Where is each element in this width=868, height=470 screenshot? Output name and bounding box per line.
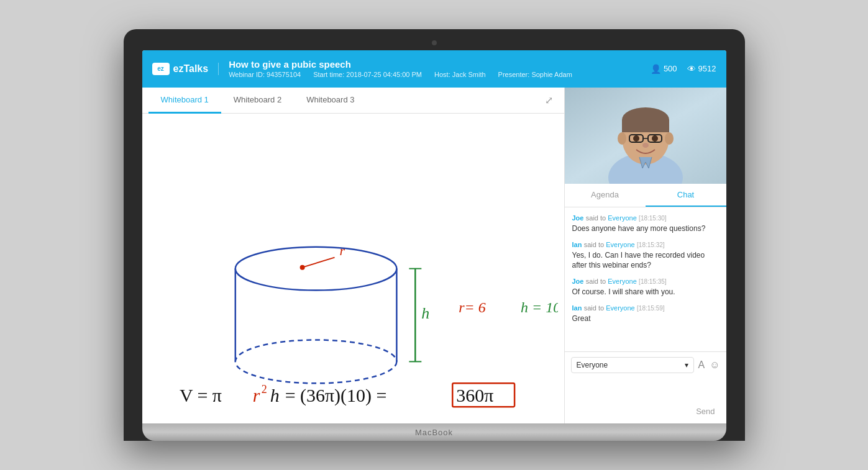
tab-whiteboard-2[interactable]: Whiteboard 2 [221,88,294,114]
logo-text: ezTalks [173,63,209,75]
presenter-video [565,88,726,184]
header-info: How to give a pubic speech Webinar ID: 9… [229,59,651,78]
header-meta: Webinar ID: 943575104 Start time: 2018-0… [229,71,651,78]
viewers-count: 👁 9512 [687,64,716,74]
list-item: Joe said to Everyone [18:15:35] Of cours… [572,277,719,297]
tab-bar: Whiteboard 1 Whiteboard 2 Whiteboard 3 ⤢ [142,88,564,114]
svg-text:r: r [252,385,260,405]
host: Host: Jack Smith [434,71,486,78]
svg-text:360π: 360π [456,385,493,405]
svg-point-3 [235,247,396,291]
svg-rect-25 [622,120,669,132]
viewers-icon: 👁 [687,64,696,74]
list-item: Ian said to Everyone [18:15:59] Great [572,304,719,324]
expand-icon[interactable]: ⤢ [540,89,558,111]
laptop-frame: ez ezTalks How to give a pubic speech We… [124,29,745,441]
chat-sender: Joe [572,278,584,285]
chat-recipient: Everyone [606,241,634,248]
tab-whiteboard-1[interactable]: Whiteboard 1 [148,88,221,114]
chat-sender-line: Joe said to Everyone [18:15:30] [572,214,719,222]
panel-tabs: Agenda Chat [565,184,726,207]
start-time: Start time: 2018-07-25 04:45:00 PM [313,71,422,78]
svg-point-33 [642,143,649,148]
chat-sender: Ian [572,304,582,312]
chat-timestamp: [18:15:59] [637,305,664,312]
tab-chat[interactable]: Chat [646,184,726,207]
svg-point-0 [235,340,396,383]
svg-text:h: h [270,385,279,405]
laptop-brand-label: MacBook [415,428,453,437]
whiteboard-content: r h r= 6 h = 10 V = π r 2 [142,114,564,423]
svg-text:r= 6: r= 6 [459,299,485,315]
webinar-id: Webinar ID: 943575104 [229,71,301,78]
svg-text:V = π: V = π [179,385,221,405]
chat-sender-line: Ian said to Everyone [18:15:32] [572,240,719,249]
chat-said: said to [584,241,606,248]
chat-timestamp: [18:15:32] [637,242,664,248]
chat-sender: Joe [572,214,584,222]
header-stats: 👤 500 👁 9512 [651,64,716,74]
list-item: Ian said to Everyone [18:15:32] Yes, I d… [572,240,719,271]
send-button[interactable]: Send [691,404,720,418]
presenter-avatar [565,88,726,184]
svg-line-5 [302,258,334,268]
app-header: ez ezTalks How to give a pubic speech We… [142,50,726,88]
chat-text: Does anyone have any more questions? [572,224,719,234]
app-body: Whiteboard 1 Whiteboard 2 Whiteboard 3 ⤢ [142,88,726,423]
chat-recipient: Everyone [608,214,636,222]
laptop-base: MacBook [142,423,726,441]
recipient-label: Everyone [577,361,608,369]
chat-sender: Ian [572,241,582,248]
chat-text: Great [572,314,719,324]
chat-timestamp: [18:15:30] [639,215,666,222]
attendees-icon: 👤 [651,64,661,74]
laptop-camera [432,40,437,45]
font-icon[interactable]: A [698,359,705,371]
whiteboard-panel: Whiteboard 1 Whiteboard 2 Whiteboard 3 ⤢ [142,88,565,423]
tab-whiteboard-3[interactable]: Whiteboard 3 [294,88,367,114]
svg-point-31 [633,135,639,142]
chat-text: Yes, I do. Can I have the recorded video… [572,250,719,271]
chat-text: Of course. I will share with you. [572,287,719,297]
chat-recipient: Everyone [606,304,634,312]
svg-point-32 [652,135,658,142]
attendees-count: 👤 500 [651,64,677,74]
chevron-down-icon: ▾ [685,361,688,369]
svg-text:h = 10: h = 10 [521,299,558,315]
list-item: Joe said to Everyone [18:15:30] Does any… [572,214,719,234]
svg-point-26 [618,132,626,145]
chat-said: said to [586,278,608,285]
svg-text:h: h [421,304,429,322]
right-panel: Agenda Chat Joe said to Everyone [18:15:… [565,88,726,423]
chat-said: said to [584,304,606,312]
chat-recipient-select: Everyone ▾ A ☺ [571,357,720,373]
chat-messages: Joe said to Everyone [18:15:30] Does any… [565,207,726,351]
chat-send-row: Send [571,402,720,418]
whiteboard-drawing: r h r= 6 h = 10 V = π r 2 [148,120,558,417]
chat-said: said to [586,214,608,222]
header-title: How to give a pubic speech [229,59,651,70]
chat-tools: A ☺ [698,359,720,371]
recipient-dropdown[interactable]: Everyone ▾ [571,357,695,373]
chat-type-area [571,377,720,402]
svg-text:= (36π)(10) =: = (36π)(10) = [285,385,386,406]
tab-agenda[interactable]: Agenda [565,184,646,207]
chat-recipient: Everyone [608,278,636,285]
tabs: Whiteboard 1 Whiteboard 2 Whiteboard 3 [148,88,367,113]
emoji-icon[interactable]: ☺ [710,359,720,371]
svg-text:2: 2 [261,383,267,395]
chat-sender-line: Ian said to Everyone [18:15:59] [572,304,719,312]
chat-timestamp: [18:15:35] [639,278,666,285]
chat-input-area: Everyone ▾ A ☺ Send [565,351,726,423]
svg-point-27 [665,132,674,145]
logo-icon: ez [152,63,170,75]
presenter: Presenter: Sophie Adam [498,71,572,78]
header-logo: ez ezTalks [152,63,219,75]
laptop-screen: ez ezTalks How to give a pubic speech We… [142,50,726,423]
svg-text:r: r [339,243,345,258]
chat-sender-line: Joe said to Everyone [18:15:35] [572,277,719,286]
